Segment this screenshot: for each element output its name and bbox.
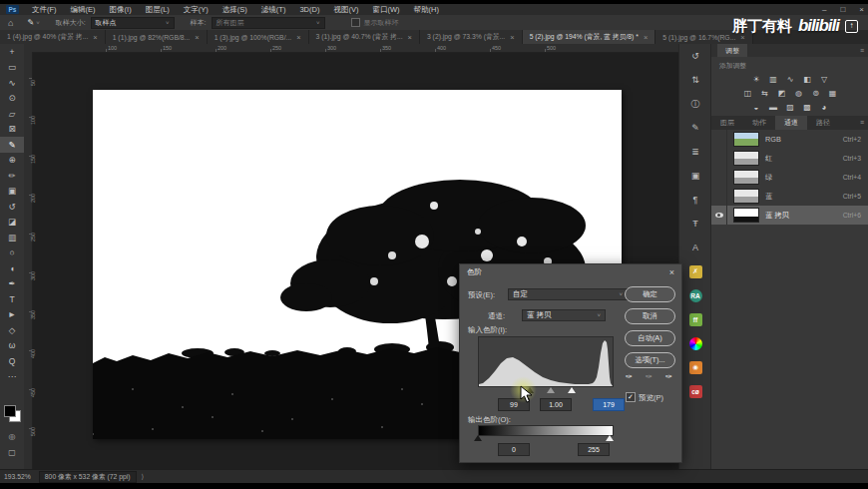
tab-图层[interactable]: 图层 [711, 116, 743, 130]
adjustment-icon-1-4[interactable]: ⊚ [810, 88, 821, 99]
document-tab-1[interactable]: 1 (1).jpg @ 82%(RGB/8...× [106, 30, 208, 44]
adjustment-icon-1-1[interactable]: ⇆ [759, 88, 770, 99]
document-tab-0[interactable]: 1 (4).jpg @ 40% (背景 拷...× [0, 30, 106, 44]
history-brush-tool[interactable]: ↺ [0, 199, 24, 215]
plugin-ff-icon[interactable]: ff [679, 307, 711, 331]
status-chevron-icon[interactable]: ⟩ [142, 473, 145, 481]
adjustment-icon-1-3[interactable]: ◍ [793, 88, 804, 99]
menu-item-8[interactable]: 视图(V) [326, 5, 365, 15]
menu-item-4[interactable]: 文字(Y) [177, 5, 216, 15]
adjustment-icon-1-0[interactable]: ◫ [742, 88, 753, 99]
channel-row-2[interactable]: 绿Ctrl+4 [711, 168, 868, 187]
close-button[interactable]: × [859, 5, 864, 14]
quick-mask-button[interactable]: ◎ [0, 429, 24, 443]
adjustment-icon-1-5[interactable]: ▦ [827, 88, 838, 99]
menu-item-2[interactable]: 图像(I) [103, 5, 139, 15]
type-tool[interactable]: T [0, 291, 24, 307]
clone-stamp-tool[interactable]: ▣ [0, 184, 24, 200]
color-swatches[interactable] [4, 405, 20, 421]
plugin-ra-icon[interactable]: RA [679, 283, 711, 307]
tab-路径[interactable]: 路径 [807, 116, 839, 130]
panel-menu-icon[interactable]: ≡ [860, 47, 864, 54]
visibility-toggle[interactable] [711, 187, 727, 206]
home-icon[interactable]: ⌂ [8, 18, 13, 28]
gray-eyedropper-icon[interactable]: ✑ [646, 372, 652, 381]
zoom-level-field[interactable]: 193.52% [4, 473, 31, 480]
input-white-field[interactable]: 179 [593, 398, 625, 411]
libraries-panel-icon[interactable]: ▣ [679, 164, 711, 188]
healing-brush-tool[interactable]: ⊕ [0, 153, 24, 169]
menu-item-6[interactable]: 滤镜(T) [254, 5, 293, 15]
menu-item-5[interactable]: 选择(S) [216, 5, 254, 15]
history-panel-icon[interactable]: ↺ [679, 44, 711, 68]
channel-dropdown[interactable]: 蓝 拷贝 ˅ [522, 309, 606, 321]
tab-close-icon[interactable]: × [296, 33, 300, 42]
tool-preset-arrow-icon[interactable]: ˅ [36, 20, 40, 26]
auto-button[interactable]: 自动(A) [625, 330, 675, 346]
adjustment-icon-0-1[interactable]: ▥ [768, 74, 779, 85]
plugin-colorwheel-icon[interactable] [679, 331, 711, 355]
preview-checkbox[interactable]: ✓ [626, 392, 636, 402]
eyedropper-tool[interactable]: ✎ [0, 137, 24, 153]
frame-tool[interactable]: ⊠ [0, 122, 24, 138]
input-gamma-field[interactable]: 1.00 [540, 398, 572, 411]
brush-settings-panel-icon[interactable]: ✎ [679, 116, 711, 140]
tab-close-icon[interactable]: × [408, 33, 412, 42]
visibility-toggle[interactable] [711, 130, 727, 149]
cancel-button[interactable]: 取消 [625, 308, 675, 324]
character-panel-icon[interactable]: A [679, 236, 711, 259]
tab-close-icon[interactable]: × [93, 33, 97, 42]
info-panel-icon[interactable]: ⓘ [679, 92, 711, 116]
menu-item-0[interactable]: 文件(F) [25, 5, 64, 15]
shape-tool[interactable]: ◇ [0, 322, 24, 338]
visibility-toggle[interactable] [711, 206, 727, 225]
plugin-red-icon[interactable]: cø [679, 379, 711, 403]
channel-row-0[interactable]: RGBCtrl+2 [711, 130, 868, 149]
paragraph-panel-icon[interactable]: ¶ [679, 188, 711, 212]
screen-mode-button[interactable]: ▢ [0, 445, 24, 459]
zoom-tool[interactable]: Q [0, 353, 24, 369]
adjustment-icon-2-2[interactable]: ▨ [785, 102, 796, 113]
blur-tool[interactable]: ○ [0, 245, 24, 261]
adjustment-icon-2-3[interactable]: ▩ [802, 102, 813, 113]
foreground-color-swatch[interactable] [4, 405, 16, 417]
output-black-slider[interactable] [474, 435, 482, 441]
dodge-tool[interactable]: ◖ [0, 260, 24, 276]
tab-close-icon[interactable]: × [510, 33, 514, 42]
menu-item-10[interactable]: 帮助(H) [407, 5, 446, 15]
adjustment-icon-0-2[interactable]: ∿ [785, 74, 796, 85]
lasso-tool[interactable]: ∿ [0, 75, 24, 91]
gamma-slider[interactable] [547, 387, 555, 393]
pen-tool[interactable]: ✒ [0, 276, 24, 292]
channel-row-4[interactable]: 蓝 拷贝Ctrl+6 [711, 206, 868, 225]
channel-row-3[interactable]: 蓝Ctrl+5 [711, 187, 868, 206]
adjustment-icon-0-0[interactable]: ☀ [751, 74, 762, 85]
plugin-orange-icon[interactable]: ◉ [679, 355, 711, 379]
actions-panel-icon[interactable]: ⇅ [679, 68, 711, 92]
visibility-toggle[interactable] [711, 168, 727, 187]
close-icon[interactable]: × [669, 267, 674, 277]
document-tab-4[interactable]: 3 (2).jpg @ 73.3% (背景...× [420, 30, 523, 44]
more-tools[interactable]: ⋯ [0, 369, 24, 385]
marquee-tool[interactable]: ▭ [0, 60, 24, 76]
output-black-field[interactable]: 0 [498, 443, 530, 456]
options-button[interactable]: 选项(T)... [625, 352, 675, 368]
tab-close-icon[interactable]: × [195, 33, 199, 42]
adjustment-icon-2-1[interactable]: ▬ [768, 102, 779, 113]
white-eyedropper-icon[interactable]: ✑ [665, 372, 672, 381]
ok-button[interactable]: 确定 [625, 286, 675, 302]
plugin-x-icon[interactable]: ✗ [679, 259, 711, 283]
tab-adjustments[interactable]: 调整 [717, 44, 747, 57]
path-selection-tool[interactable]: ► [0, 307, 24, 323]
move-tool[interactable]: + [0, 44, 24, 60]
current-tool-icon[interactable]: ✎ [27, 18, 34, 27]
tab-close-icon[interactable]: × [644, 33, 648, 42]
quick-selection-tool[interactable]: ⊙ [0, 91, 24, 107]
minimize-button[interactable]: – [822, 5, 826, 14]
channel-row-1[interactable]: 红Ctrl+3 [711, 149, 868, 168]
document-tab-2[interactable]: 1 (3).jpg @ 100%(RGB/...× [208, 30, 309, 44]
eraser-tool[interactable]: ◪ [0, 215, 24, 231]
levels-dialog-titlebar[interactable]: 色阶 × [460, 264, 681, 280]
adjustment-icon-0-4[interactable]: ▽ [819, 74, 830, 85]
adjustment-icon-0-3[interactable]: ◧ [802, 74, 813, 85]
